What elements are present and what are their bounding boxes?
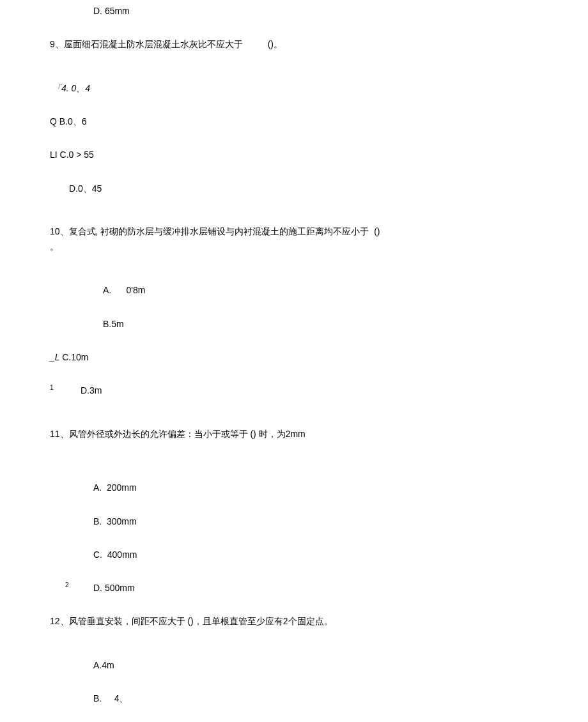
q11-option-d-prefix: 2	[65, 581, 69, 588]
q10-option-c-prefix: _L C.10m	[50, 352, 88, 362]
q12-option-b: B. 4、	[93, 693, 128, 705]
q12-stem: 12、风管垂直安装，间距不应大于 ()，且单根直管至少应有2个固定点。	[50, 616, 333, 627]
q11-option-c: C. 400mm	[93, 549, 137, 560]
q12-option-a: A.4m	[93, 660, 114, 670]
q9-option-b: Q B.0、6	[50, 116, 87, 128]
q9-option-a: 「4. 0、4	[52, 83, 90, 95]
q11-option-d: D. 500mm	[93, 583, 135, 593]
q11-option-a: A. 200mm	[93, 482, 137, 493]
q10-option-c-prefix-text: _L	[50, 352, 62, 362]
q11-option-b: B. 300mm	[93, 516, 137, 526]
q10-option-a: A. 0'8m	[103, 285, 145, 295]
q9-stem: 9、屋面细石混凝土防水层混凝土水灰比不应大于 ()。	[50, 39, 282, 50]
q10-stem: 10、复合式, 衬砌的防水层与缓冲排水层铺设与内衬混凝土的施工距离均不应小于 (…	[50, 226, 380, 238]
q10-option-b: B.5m	[103, 319, 124, 329]
q10-option-d: D.3m	[81, 385, 102, 396]
q8-option-d: D. 65mm	[93, 6, 130, 16]
q9-option-c: LI C.0 > 55	[50, 150, 94, 160]
q10-stem-tail: 。	[50, 242, 59, 253]
q10-option-d-prefix: 1	[50, 384, 54, 391]
q11-stem: 11、风管外径或外边长的允许偏差：当小于或等于 () 时，为2mm	[50, 429, 306, 440]
q9-option-d: D.0、45	[69, 183, 102, 195]
q10-option-c-text: C.10m	[62, 352, 88, 362]
